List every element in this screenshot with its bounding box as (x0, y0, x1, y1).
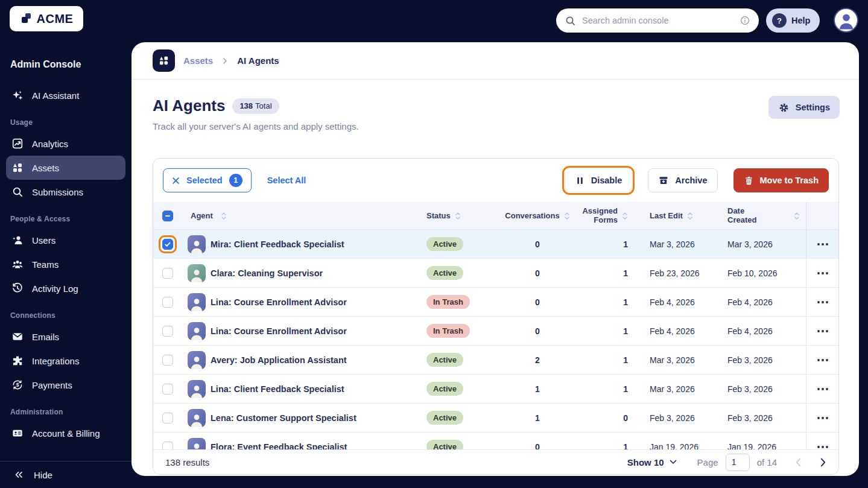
agents-table: Selected 1 Select All Disable (153, 158, 839, 475)
select-all-checkbox[interactable] (162, 211, 173, 221)
agent-avatar (188, 409, 206, 427)
sidebar-item-submissions[interactable]: Submissions (6, 180, 125, 204)
conversations-value: 0 (492, 259, 583, 287)
row-checkbox[interactable] (162, 413, 173, 423)
double-chevron-left-icon (13, 469, 24, 480)
sidebar-item-ai-assistant[interactable]: AI Assistant (6, 83, 125, 107)
last-edit-value: Feb 3, 2026 (631, 404, 726, 432)
row-checkbox[interactable] (162, 239, 173, 250)
admin-search (556, 8, 759, 33)
sidebar-item-label: AI Assistant (32, 90, 79, 101)
sidebar-item-label: Activity Log (32, 284, 78, 294)
more-actions-button[interactable] (815, 297, 831, 307)
sort-icon[interactable] (687, 211, 693, 221)
table-row[interactable]: Lina: Course Enrollment Advisor In Trash… (153, 317, 838, 346)
x-icon (172, 177, 180, 185)
last-edit-value: Feb 4, 2026 (631, 317, 726, 345)
more-actions-button[interactable] (815, 326, 831, 336)
sidebar-item-emails[interactable]: Emails (6, 325, 125, 349)
results-count: 138 results (165, 457, 209, 467)
column-header-agent[interactable]: Agent (191, 211, 213, 220)
status-badge: Active (426, 382, 463, 396)
last-edit-value: Feb 23, 2026 (631, 259, 726, 287)
column-header-date-created[interactable]: Date Created (727, 207, 762, 225)
more-actions-button[interactable] (815, 384, 831, 394)
sidebar-item-activity-log[interactable]: Activity Log (6, 276, 125, 300)
date-created-value: Feb 4, 2026 (726, 288, 806, 316)
clear-selection-button[interactable]: Selected 1 (163, 168, 252, 192)
assigned-forms-value: 1 (583, 346, 631, 374)
sidebar-section-people-access: People & Access (10, 215, 131, 223)
table-row[interactable]: Mira: Client Feedback Specialist Active … (153, 230, 838, 259)
search-input[interactable] (582, 16, 733, 25)
page-number-input[interactable] (726, 454, 750, 471)
sort-icon[interactable] (622, 211, 628, 221)
page-size-select[interactable]: Show 10 (627, 457, 677, 467)
sidebar-item-users[interactable]: Users (6, 228, 125, 252)
row-checkbox[interactable] (162, 355, 173, 366)
last-edit-value: Mar 3, 2026 (631, 230, 726, 258)
status-badge: In Trash (426, 324, 470, 338)
acme-logo-text: ACME (37, 12, 74, 26)
sidebar-item-account-billing[interactable]: Account & Billing (6, 421, 125, 445)
sidebar-item-label: Assets (32, 163, 59, 173)
sort-icon[interactable] (564, 211, 570, 221)
sort-icon[interactable] (221, 211, 227, 221)
agent-name: Lena: Customer Support Specialist (211, 413, 356, 423)
sidebar-item-teams[interactable]: Teams (6, 252, 125, 276)
more-actions-button[interactable] (815, 268, 831, 278)
conversations-value: 1 (492, 375, 583, 403)
previous-page-button[interactable] (795, 458, 802, 467)
conversations-value: 0 (492, 230, 583, 258)
conversations-value: 0 (492, 288, 583, 316)
page-title: AI Agents (153, 97, 225, 115)
disable-button[interactable]: Disable (565, 168, 633, 192)
next-page-button[interactable] (820, 458, 826, 467)
settings-button[interactable]: Settings (768, 96, 840, 119)
archive-button[interactable]: Archive (648, 168, 717, 192)
team-icon (11, 258, 24, 270)
info-icon[interactable] (740, 15, 750, 26)
more-actions-button[interactable] (815, 413, 831, 423)
breadcrumb-current: AI Agents (237, 55, 279, 66)
sidebar-section-usage: Usage (10, 118, 131, 127)
page-of-total: of 14 (757, 457, 777, 467)
more-actions-button[interactable] (815, 239, 831, 249)
table-row[interactable]: Lina: Client Feedback Specialist Active … (153, 375, 838, 404)
row-checkbox[interactable] (162, 268, 173, 279)
column-header-assigned-forms[interactable]: Assigned Forms (582, 207, 618, 225)
move-to-trash-button[interactable]: Move to Trash (733, 168, 829, 192)
sidebar-item-analytics[interactable]: Analytics (6, 132, 125, 156)
acme-logo[interactable]: ACME (10, 6, 83, 31)
table-row[interactable]: Lina: Course Enrollment Advisor In Trash… (153, 288, 838, 317)
assigned-forms-value: 1 (583, 259, 631, 287)
user-avatar[interactable] (834, 8, 858, 33)
conversations-value: 1 (492, 404, 583, 432)
sidebar: ACME Admin Console AI Assistant Usage (0, 0, 131, 488)
row-checkbox[interactable] (162, 384, 173, 395)
magnifier-icon (11, 186, 24, 198)
sidebar-item-integrations[interactable]: Integrations (6, 349, 125, 373)
selected-count-badge: 1 (229, 174, 242, 187)
breadcrumb-assets-link[interactable]: Assets (183, 55, 213, 66)
hide-label: Hide (34, 470, 52, 480)
sort-icon[interactable] (455, 211, 461, 221)
trash-icon (744, 176, 754, 186)
column-header-status[interactable]: Status (426, 211, 451, 220)
sort-icon[interactable] (794, 211, 800, 221)
column-header-last-edit[interactable]: Last Edit (650, 211, 683, 220)
help-button[interactable]: ? Help (766, 8, 820, 33)
sidebar-item-payments[interactable]: $ Payments (6, 373, 125, 397)
table-row[interactable]: Avery: Job Application Assistant Active … (153, 346, 838, 375)
dollar-refresh-icon: $ (11, 379, 24, 391)
table-row[interactable]: Lena: Customer Support Specialist Active… (153, 404, 838, 433)
sidebar-item-assets[interactable]: Assets (6, 156, 125, 180)
envelope-icon (11, 331, 24, 343)
row-checkbox[interactable] (162, 297, 173, 308)
select-all-link[interactable]: Select All (267, 176, 306, 185)
sidebar-collapse-button[interactable]: Hide (0, 461, 131, 488)
more-actions-button[interactable] (815, 355, 831, 365)
table-row[interactable]: Clara: Cleaning Supervisor Active 0 1 Fe… (153, 259, 838, 288)
row-checkbox[interactable] (162, 326, 173, 337)
column-header-conversations[interactable]: Conversations (505, 211, 559, 220)
